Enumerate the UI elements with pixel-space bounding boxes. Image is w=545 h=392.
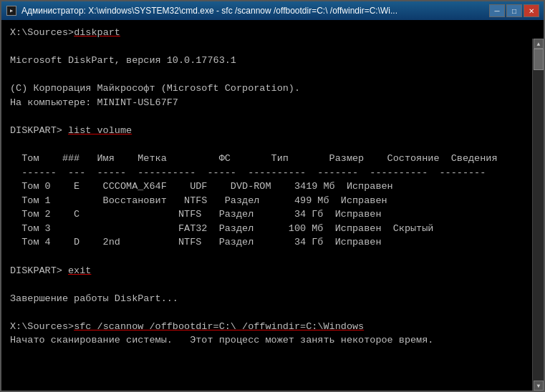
table-row: Том 3 FAT32 Раздел 100 Мб Исправен Скрыт… [10, 222, 524, 236]
terminal-line [10, 250, 524, 264]
minimize-button[interactable]: ─ [489, 4, 505, 17]
terminal-line: Начато сканирование системы. Этот процес… [10, 333, 524, 348]
cmd-icon [6, 5, 17, 16]
terminal-line: DISKPART> list volume [10, 124, 524, 138]
terminal-line: На компьютере: MININT-USL67F7 [10, 96, 524, 110]
terminal-line [10, 68, 524, 82]
window-controls: ─ □ ✕ [489, 4, 539, 17]
terminal-line: DISKPART> exit [10, 264, 524, 278]
terminal-line [10, 138, 524, 152]
window: Администратор: X:\windows\SYSTEM32\cmd.e… [0, 0, 545, 392]
table-row: Том 1 Восстановит NTFS Раздел 499 Мб Исп… [10, 194, 524, 208]
terminal-line: X:\Sources>sfc /scannow /offbootdir=C:\ … [10, 320, 524, 334]
terminal-output: X:\Sources>diskpart Microsoft DiskPart, … [1, 20, 544, 391]
terminal-line: Microsoft DiskPart, версия 10.0.17763.1 [10, 54, 524, 68]
scroll-up-button[interactable]: ▲ [534, 39, 544, 49]
table-row: Том 0 E CCCOMA_X64F UDF DVD-ROM 3419 Мб … [10, 180, 524, 194]
title-bar-left: Администратор: X:\windows\SYSTEM32\cmd.e… [6, 5, 397, 16]
terminal-line [10, 278, 524, 292]
scrollbar-thumb[interactable] [534, 49, 544, 70]
scroll-down-button[interactable]: ▼ [534, 381, 544, 391]
table-row: Том 2 C NTFS Раздел 34 Гб Исправен [10, 207, 524, 222]
table-header: Том ### Имя Метка ФС Тип Размер Состояни… [10, 152, 524, 166]
terminal-line [10, 40, 524, 54]
window-title: Администратор: X:\windows\SYSTEM32\cmd.e… [21, 6, 397, 16]
title-bar: Администратор: X:\windows\SYSTEM32\cmd.e… [1, 1, 544, 20]
terminal-line [10, 305, 524, 320]
terminal-line: (С) Корпорация Майкрософт (Microsoft Cor… [10, 82, 524, 96]
maximize-button[interactable]: □ [506, 4, 522, 17]
terminal-line: X:\Sources>diskpart [10, 26, 524, 40]
table-divider: ------ --- ----- ---------- ----- ------… [10, 166, 524, 180]
close-button[interactable]: ✕ [524, 4, 539, 17]
terminal-line: Завершение работы DiskPart... [10, 292, 524, 306]
terminal-line [10, 109, 524, 124]
scrollbar[interactable]: ▲ ▼ [532, 39, 544, 391]
table-row: Том 4 D 2nd NTFS Раздел 34 Гб Исправен [10, 235, 524, 250]
